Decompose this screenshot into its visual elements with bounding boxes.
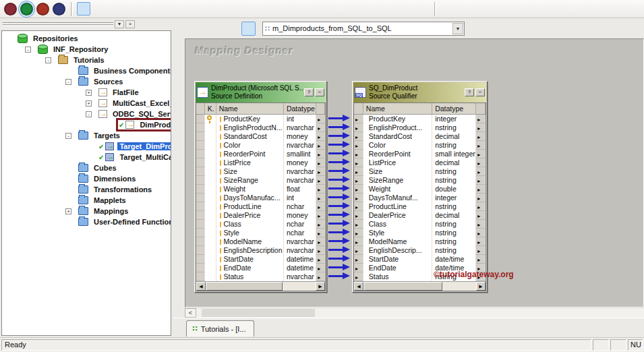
EnglishProduct...[interactable]: ▸ EnglishProduct... nstring ▸: [354, 123, 486, 132]
port-name[interactable]: DealerPrice: [216, 211, 284, 220]
Class[interactable]: [328, 219, 351, 228]
aggregator-sigma-icon[interactable]: [162, 2, 175, 16]
port-datatype[interactable]: smallint: [284, 150, 316, 158]
Class[interactable]: Class nchar ▸: [196, 220, 325, 229]
Status[interactable]: [328, 272, 351, 281]
port-datatype[interactable]: small integer: [432, 150, 476, 158]
port-out-arrow-icon[interactable]: ▸: [316, 274, 320, 281]
port-out-arrow-icon[interactable]: ▸: [476, 196, 480, 202]
port-name[interactable]: SizeRange: [363, 176, 432, 185]
tree-item[interactable]: Cubes: [2, 163, 171, 173]
Style[interactable]: Style nchar ▸: [196, 229, 325, 237]
save-window-icon[interactable]: [539, 2, 553, 16]
port-name[interactable]: ReorderPoint: [216, 150, 284, 158]
port-out-arrow-icon[interactable]: ▸: [316, 213, 320, 219]
transaction-door-icon[interactable]: [318, 2, 331, 16]
port-datatype[interactable]: nvarchar: [284, 141, 316, 150]
Size[interactable]: ▸ Size nstring ▸: [354, 167, 486, 176]
ReorderPoint[interactable]: ReorderPoint smallint ▸: [196, 150, 325, 158]
ProductLine[interactable]: [328, 202, 351, 210]
port-datatype[interactable]: money: [284, 158, 316, 167]
ProductLine[interactable]: ProductLine nchar ▸: [196, 202, 325, 211]
port-out-arrow-icon[interactable]: ▸: [476, 257, 480, 263]
workflow-monitor[interactable]: [53, 3, 65, 16]
EnglishProductN...[interactable]: EnglishProductN... nvarchar ▸: [196, 123, 325, 132]
tree-item[interactable]: Mapplets: [2, 195, 171, 206]
port-datatype[interactable]: nstring: [432, 237, 476, 246]
tree-item[interactable]: Target_DimProduct: [2, 141, 171, 152]
port-name[interactable]: DaysToManuf...: [363, 194, 432, 202]
filter-funnel-icon[interactable]: [148, 2, 161, 16]
Weight[interactable]: ▸ Weight double ▸: [354, 185, 486, 194]
port-out-arrow-icon[interactable]: ▸: [476, 187, 480, 193]
EndDate[interactable]: [328, 263, 351, 272]
port-datatype[interactable]: float: [284, 185, 316, 194]
port-datatype[interactable]: integer: [432, 115, 476, 123]
port-in-arrow-icon[interactable]: ▸: [354, 125, 358, 131]
port-name[interactable]: Weight: [363, 185, 432, 194]
stack-icon[interactable]: [568, 2, 581, 16]
port-name[interactable]: DaysToManufac...: [216, 194, 284, 202]
tree-item[interactable]: + MultiCast_Excel_File: [2, 98, 171, 109]
Weight[interactable]: [328, 184, 351, 193]
tree-item[interactable]: - Targets: [2, 130, 171, 141]
SizeRange[interactable]: SizeRange nvarchar ▸: [196, 176, 325, 185]
sphere-icon[interactable]: [596, 2, 610, 16]
source-definition-window[interactable]: DimProduct (Microsoft SQL S... Source De…: [194, 81, 327, 293]
port-in-arrow-icon[interactable]: ▸: [354, 134, 358, 140]
port-in-arrow-icon[interactable]: ▸: [354, 187, 358, 193]
port-out-arrow-icon[interactable]: ▸: [476, 231, 480, 237]
port-name[interactable]: Color: [363, 141, 432, 150]
EnglishDescrip...[interactable]: ▸ EnglishDescrip... nstring ▸: [354, 246, 486, 255]
port-in-arrow-icon[interactable]: ▸: [354, 117, 358, 123]
dimensions-edit-icon[interactable]: [199, 22, 213, 36]
StartDate[interactable]: ▸ StartDate date/time ▸: [354, 255, 486, 264]
port-datatype[interactable]: datetime: [284, 264, 316, 272]
port-name[interactable]: DealerPrice: [363, 211, 432, 220]
port-in-arrow-icon[interactable]: ▸: [354, 204, 358, 210]
help-button[interactable]: ?: [304, 88, 314, 96]
tree-item[interactable]: Target_MultiCast: [2, 152, 171, 163]
tree-item-label[interactable]: Dimensions: [92, 175, 138, 183]
port-datatype[interactable]: nstring: [432, 229, 476, 237]
ModelName[interactable]: ▸ ModelName nstring ▸: [354, 237, 486, 246]
port-out-arrow-icon[interactable]: ▸: [316, 196, 320, 202]
port-name[interactable]: Color: [216, 141, 284, 150]
port-out-arrow-icon[interactable]: ▸: [476, 143, 480, 149]
port-out-arrow-icon[interactable]: ▸: [316, 266, 320, 272]
StandardCost[interactable]: StandardCost money ▸: [196, 132, 325, 141]
qualifier-window-titlebar[interactable]: SQ_DimProduct Source Qualifier ? −: [353, 82, 486, 102]
port-out-arrow-icon[interactable]: ▸: [316, 169, 320, 175]
tree-item-label[interactable]: Cubes: [92, 164, 119, 172]
package-icon[interactable]: [233, 2, 246, 16]
port-name[interactable]: StartDate: [363, 255, 432, 264]
port-out-arrow-icon[interactable]: ▸: [476, 213, 480, 219]
port-datatype[interactable]: decimal: [432, 158, 476, 167]
scroll-thumb[interactable]: [206, 282, 283, 291]
ListPrice[interactable]: ListPrice money ▸: [196, 158, 325, 167]
tree-item-label[interactable]: Target_MultiCast: [117, 153, 171, 161]
target-definition-icon[interactable]: [105, 2, 119, 16]
EndDate[interactable]: EndDate datetime ▸: [196, 264, 325, 272]
port-out-arrow-icon[interactable]: ▸: [316, 160, 320, 167]
port-name[interactable]: ListPrice: [216, 158, 284, 167]
column-header-datatype[interactable]: Datatype: [284, 103, 316, 115]
edit-list-icon[interactable]: [213, 22, 227, 36]
port-out-arrow-icon[interactable]: ▸: [476, 239, 480, 245]
port-datatype[interactable]: money: [284, 132, 316, 141]
port-name[interactable]: EnglishDescription: [216, 246, 284, 255]
Status[interactable]: Status nvarchar ▸: [196, 272, 325, 281]
joiner-blocks-icon[interactable]: [303, 2, 317, 16]
Style[interactable]: ▸ Style nstring ▸: [354, 229, 486, 237]
EnglishDescription[interactable]: EnglishDescription nvarchar ▸: [196, 246, 325, 255]
tree-item[interactable]: + FlatFile: [2, 87, 171, 98]
unstructured-data-icon[interactable]: [511, 2, 525, 16]
expand-toggle[interactable]: +: [65, 208, 78, 214]
port-name[interactable]: EnglishDescrip...: [363, 246, 432, 255]
SizeRange[interactable]: [328, 175, 351, 184]
scroll-left-icon[interactable]: ◀: [354, 282, 363, 291]
expand-toggle[interactable]: -: [25, 47, 37, 53]
ruler-window-icon[interactable]: [624, 2, 638, 16]
repository-manager[interactable]: [4, 3, 17, 16]
mapping-selector[interactable]: ∷ m_Dimproducts_from_SQL_to_SQL ▼: [262, 22, 465, 36]
